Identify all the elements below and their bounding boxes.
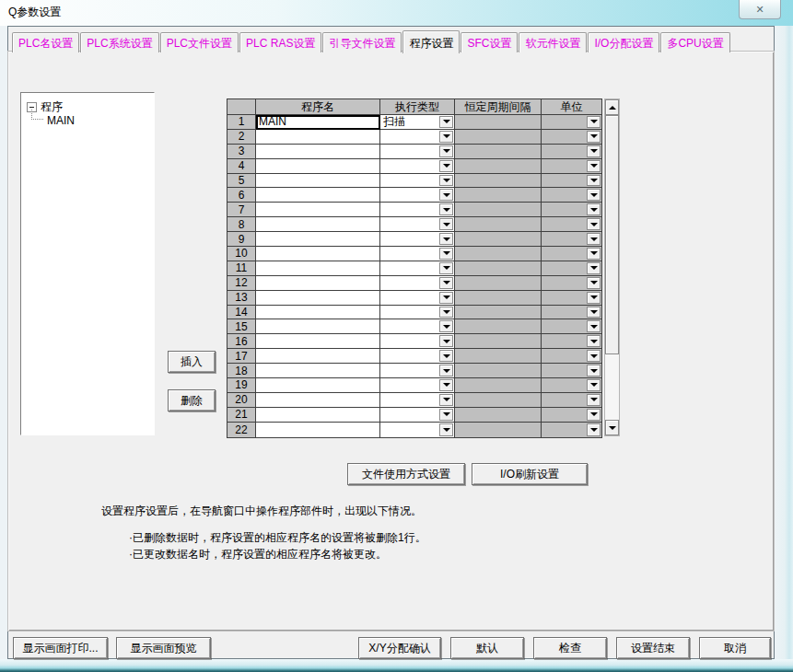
exec-type-cell[interactable] [380, 276, 455, 291]
program-name-cell[interactable] [256, 364, 380, 378]
row-number[interactable]: 13 [227, 291, 256, 306]
exec-type-dropdown[interactable] [439, 409, 453, 421]
program-name-cell[interactable] [256, 408, 380, 423]
program-name-cell[interactable] [256, 334, 380, 349]
exec-type-cell[interactable] [380, 145, 455, 159]
unit-cell[interactable] [542, 319, 601, 334]
unit-dropdown[interactable] [587, 131, 601, 143]
exec-type-cell[interactable] [380, 130, 455, 145]
program-name-cell[interactable] [256, 217, 380, 232]
program-name-cell[interactable] [256, 349, 380, 364]
titlebar[interactable]: Q参数设置 ✕ [0, 0, 793, 26]
unit-dropdown[interactable] [587, 160, 601, 172]
tab-item[interactable]: PLC RAS设置 [239, 32, 321, 52]
unit-cell[interactable] [542, 174, 601, 189]
exec-type-dropdown[interactable] [439, 394, 453, 406]
tab-item[interactable]: PLC文件设置 [160, 32, 239, 52]
scroll-down-button[interactable] [605, 420, 619, 435]
row-number[interactable]: 21 [227, 408, 256, 423]
tab-item[interactable]: PLC系统设置 [80, 32, 158, 52]
exec-type-dropdown[interactable] [439, 379, 453, 391]
row-number[interactable]: 11 [227, 261, 256, 276]
exec-type-dropdown[interactable] [439, 277, 453, 289]
row-number[interactable]: 2 [227, 130, 256, 145]
exec-type-dropdown[interactable] [439, 175, 453, 187]
program-name-cell[interactable] [256, 276, 380, 291]
unit-dropdown[interactable] [587, 379, 601, 391]
exec-type-dropdown[interactable] [439, 145, 453, 157]
unit-cell[interactable] [542, 217, 601, 232]
exec-type-cell[interactable] [380, 364, 455, 378]
unit-dropdown[interactable] [587, 350, 601, 362]
program-name-cell[interactable] [256, 174, 380, 189]
unit-dropdown[interactable] [587, 233, 601, 245]
unit-cell[interactable] [542, 349, 601, 364]
unit-dropdown[interactable] [587, 423, 601, 436]
exec-type-dropdown[interactable] [439, 320, 453, 332]
unit-cell[interactable] [542, 130, 601, 145]
program-name-cell[interactable] [256, 319, 380, 334]
program-name-cell[interactable] [256, 232, 380, 247]
unit-dropdown[interactable] [587, 175, 601, 187]
program-name-cell[interactable] [256, 393, 380, 408]
check-button[interactable]: 检查 [533, 637, 607, 659]
table-scrollbar[interactable] [604, 98, 620, 436]
row-number[interactable]: 19 [227, 378, 256, 393]
exec-type-cell[interactable] [380, 261, 455, 276]
screen-preview-button[interactable]: 显示画面预览 [116, 637, 211, 659]
exec-type-dropdown[interactable] [439, 160, 453, 172]
exec-type-cell[interactable] [380, 232, 455, 247]
unit-dropdown[interactable] [587, 203, 601, 215]
exec-type-cell[interactable] [380, 159, 455, 174]
program-tree[interactable]: 程序 MAIN [20, 92, 155, 435]
row-number[interactable]: 12 [227, 276, 256, 291]
program-name-cell[interactable] [256, 203, 380, 217]
unit-cell[interactable] [542, 334, 601, 349]
row-number[interactable]: 10 [227, 247, 256, 261]
exec-type-dropdown[interactable] [439, 131, 453, 143]
tab-item[interactable]: PLC名设置 [12, 32, 79, 52]
exec-type-cell[interactable] [380, 306, 455, 320]
program-name-cell[interactable] [256, 188, 380, 203]
unit-dropdown[interactable] [587, 248, 601, 260]
exec-type-dropdown[interactable] [439, 189, 453, 201]
cancel-button[interactable]: 取消 [699, 637, 771, 659]
exec-type-cell[interactable] [380, 423, 455, 437]
program-name-cell[interactable] [256, 378, 380, 393]
scroll-up-button[interactable] [605, 99, 619, 115]
close-button[interactable]: ✕ [739, 0, 781, 19]
exec-type-cell[interactable]: 扫描 [380, 115, 455, 130]
exec-type-cell[interactable] [380, 349, 455, 364]
row-number[interactable]: 6 [227, 188, 256, 203]
exec-type-dropdown[interactable] [439, 292, 453, 304]
exec-type-dropdown[interactable] [439, 233, 453, 245]
scrollbar-thumb[interactable] [605, 115, 619, 354]
program-name-cell[interactable] [256, 130, 380, 145]
unit-dropdown[interactable] [587, 189, 601, 201]
exec-type-dropdown[interactable] [439, 307, 453, 319]
unit-cell[interactable] [542, 408, 601, 423]
tab-item[interactable]: 多CPU设置 [660, 32, 729, 52]
exec-type-cell[interactable] [380, 319, 455, 334]
exec-type-dropdown[interactable] [439, 262, 453, 274]
tree-node-main[interactable]: MAIN [47, 114, 75, 127]
unit-cell[interactable] [542, 378, 601, 393]
row-number[interactable]: 1 [227, 115, 256, 130]
unit-cell[interactable] [542, 261, 601, 276]
unit-dropdown[interactable] [587, 365, 601, 377]
unit-cell[interactable] [542, 159, 601, 174]
row-number[interactable]: 4 [227, 159, 256, 174]
exec-type-cell[interactable] [380, 334, 455, 349]
unit-cell[interactable] [542, 115, 601, 130]
insert-button[interactable]: 插入 [168, 351, 216, 373]
exec-type-cell[interactable] [380, 291, 455, 306]
row-number[interactable]: 5 [227, 174, 256, 189]
unit-cell[interactable] [542, 203, 601, 217]
io-refresh-setting-button[interactable]: I/O刷新设置 [472, 463, 588, 485]
setting-finish-button[interactable]: 设置结束 [616, 637, 690, 659]
row-number[interactable]: 16 [227, 334, 256, 349]
unit-cell[interactable] [542, 247, 601, 261]
unit-dropdown[interactable] [587, 409, 601, 421]
row-number[interactable]: 15 [227, 319, 256, 334]
tab-item[interactable]: 程序设置 [402, 30, 460, 53]
